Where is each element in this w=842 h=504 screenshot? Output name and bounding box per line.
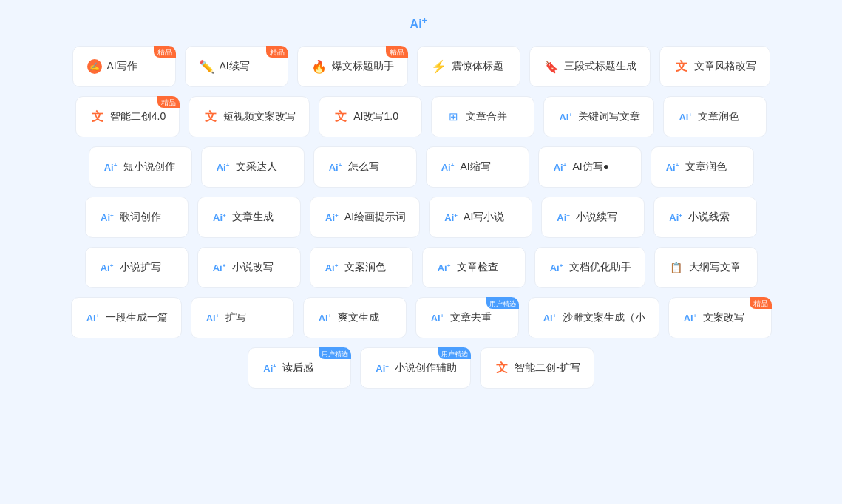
badge-copy-rewrite: 精品 xyxy=(750,297,772,309)
ai-blue-icon: Ai+ xyxy=(668,209,684,225)
doc-orange-icon: 文 xyxy=(673,58,690,75)
label-outline-write: 大纲写文章 xyxy=(689,261,741,274)
label-style-master: 文采达人 xyxy=(236,160,277,174)
card-short-novel[interactable]: Ai+短小说创作 xyxy=(89,146,192,188)
label-ai-draw-prompt: AI绘画提示词 xyxy=(344,211,406,224)
ai-blue-icon: Ai+ xyxy=(542,310,558,326)
card-three-title[interactable]: 🔖三段式标题生成 xyxy=(529,46,651,87)
badge-ai-continue: 精品 xyxy=(266,46,288,58)
ai-blue-icon: Ai+ xyxy=(665,159,681,175)
ai-blue-icon: Ai+ xyxy=(677,109,693,125)
ai-blue-icon: Ai+ xyxy=(682,310,699,326)
card-keyword-write[interactable]: Ai+关键词写文章 xyxy=(543,96,654,137)
label-sandbox-copy: 沙雕文案生成（小 xyxy=(563,311,645,324)
card-outline-write[interactable]: 📋大纲写文章 xyxy=(654,247,758,288)
card-copy-polish[interactable]: Ai+文案润色 xyxy=(310,247,413,288)
card-novel-expand[interactable]: Ai+小说扩写 xyxy=(85,247,189,288)
card-smart-second[interactable]: 精品文智能二创4.0 xyxy=(75,96,180,137)
badge-novel-assist: 用户精选 xyxy=(438,347,471,359)
fire-icon: 🔥 xyxy=(311,58,327,75)
card-article-polish1[interactable]: Ai+文章润色 xyxy=(663,96,767,137)
label-ai-shorten: AI缩写 xyxy=(461,160,491,174)
label-three-title: 三段式标题生成 xyxy=(564,60,636,73)
grid-container: 精品✍AI写作精品✏️AI续写精品🔥爆文标题助手⚡震惊体标题🔖三段式标题生成文文… xyxy=(22,46,821,398)
card-article-check[interactable]: Ai+文章检查 xyxy=(422,247,526,288)
card-article-polish2[interactable]: Ai+文章润色 xyxy=(651,146,754,188)
card-ai-imitate[interactable]: Ai+AI仿写● xyxy=(538,146,642,188)
card-read-feeling[interactable]: 用户精选Ai+读后感 xyxy=(248,347,351,389)
label-explosive-title: 爆文标题助手 xyxy=(332,60,394,73)
ai-blue-icon: Ai+ xyxy=(557,109,574,125)
write-circle-icon: ✍ xyxy=(86,58,103,75)
doc-orange-icon: 文 xyxy=(494,360,510,376)
card-doc-optimize[interactable]: Ai+文档优化助手 xyxy=(534,247,645,288)
card-ai-draw-prompt[interactable]: Ai+AI绘画提示词 xyxy=(310,197,420,238)
card-ai-rewrite[interactable]: 文AI改写1.0 xyxy=(319,96,422,137)
label-ai-continue: AI续写 xyxy=(220,60,250,73)
grid-row-0: 精品✍AI写作精品✏️AI续写精品🔥爆文标题助手⚡震惊体标题🔖三段式标题生成文文… xyxy=(22,46,821,87)
label-article-dedup: 文章去重 xyxy=(450,311,492,324)
card-style-rewrite[interactable]: 文文章风格改写 xyxy=(659,46,770,87)
grid-row-5: Ai+一段生成一篇Ai+扩写Ai+爽文生成用户精选Ai+文章去重Ai+沙雕文案生… xyxy=(22,297,821,338)
card-article-gen[interactable]: Ai+文章生成 xyxy=(197,197,301,238)
doc-orange-icon: 文 xyxy=(89,109,106,125)
grid-blue-icon: ⊞ xyxy=(445,109,461,125)
grid-row-2: Ai+短小说创作Ai+文采达人Ai+怎么写Ai+AI缩写Ai+AI仿写●Ai+文… xyxy=(22,146,821,188)
card-novel-clue[interactable]: Ai+小说线索 xyxy=(653,197,757,238)
card-ai-write[interactable]: 精品✍AI写作 xyxy=(72,46,176,87)
ai-blue-icon: Ai+ xyxy=(205,310,221,326)
three-icon: 🔖 xyxy=(543,58,560,75)
ai-blue-icon: Ai+ xyxy=(317,310,333,326)
label-expand: 扩写 xyxy=(225,311,246,324)
ai-blue-icon: Ai+ xyxy=(103,159,119,175)
label-novel-expand: 小说扩写 xyxy=(120,261,161,274)
card-shocking-title[interactable]: ⚡震惊体标题 xyxy=(417,46,520,87)
card-ai-write-novel[interactable]: Ai+AI写小说 xyxy=(429,197,532,238)
badge-article-dedup: 用户精选 xyxy=(486,297,519,309)
card-one-para[interactable]: Ai+一段生成一篇 xyxy=(71,297,182,338)
ai-blue-icon: Ai+ xyxy=(549,259,565,276)
label-short-novel: 短小说创作 xyxy=(123,160,175,174)
card-lyric-create[interactable]: Ai+歌词创作 xyxy=(85,197,189,238)
card-how-write[interactable]: Ai+怎么写 xyxy=(313,146,417,188)
label-ai-write: AI写作 xyxy=(107,60,137,73)
card-explosive-title[interactable]: 精品🔥爆文标题助手 xyxy=(297,46,408,87)
card-sandbox-copy[interactable]: Ai+沙雕文案生成（小 xyxy=(528,297,659,338)
card-article-merge[interactable]: ⊞文章合并 xyxy=(431,96,534,137)
card-novel-rewrite[interactable]: Ai+小说改写 xyxy=(197,247,301,288)
ai-blue-icon: Ai+ xyxy=(324,259,340,276)
card-ai-shorten[interactable]: Ai+AI缩写 xyxy=(426,146,529,188)
ai-blue-icon: Ai+ xyxy=(99,259,115,276)
card-expand[interactable]: Ai+扩写 xyxy=(191,297,294,338)
label-short-video: 短视频文案改写 xyxy=(223,110,296,123)
ai-blue-icon: Ai+ xyxy=(85,310,101,326)
card-novel-assist[interactable]: 用户精选Ai+小说创作辅助 xyxy=(360,347,471,389)
badge-smart-second: 精品 xyxy=(157,96,180,108)
card-smart-expand[interactable]: 文智能二创-扩写 xyxy=(480,347,594,389)
ai-blue-icon: Ai+ xyxy=(324,209,340,225)
card-novel-continue[interactable]: Ai+小说续写 xyxy=(541,197,645,238)
card-short-video[interactable]: 文短视频文案改写 xyxy=(189,96,310,137)
doc-blue-icon: 📋 xyxy=(668,259,685,276)
card-cool-gen[interactable]: Ai+爽文生成 xyxy=(303,297,407,338)
card-style-master[interactable]: Ai+文采达人 xyxy=(201,146,305,188)
ai-blue-dot-icon: Ai+ xyxy=(552,159,568,175)
grid-row-1: 精品文智能二创4.0文短视频文案改写文AI改写1.0⊞文章合并Ai+关键词写文章… xyxy=(22,96,821,137)
ai-blue-icon: Ai+ xyxy=(436,259,452,276)
doc-orange-icon: 文 xyxy=(333,109,349,125)
card-ai-continue[interactable]: 精品✏️AI续写 xyxy=(185,46,288,87)
page-title: Ai+ xyxy=(410,15,432,31)
card-copy-rewrite[interactable]: 精品Ai+文案改写 xyxy=(668,297,772,338)
label-doc-optimize: 文档优化助手 xyxy=(569,261,631,274)
badge-ai-write: 精品 xyxy=(154,46,176,58)
card-article-dedup[interactable]: 用户精选Ai+文章去重 xyxy=(415,297,519,338)
label-novel-clue: 小说线索 xyxy=(688,211,730,224)
label-article-merge: 文章合并 xyxy=(466,110,507,123)
label-copy-rewrite: 文案改写 xyxy=(703,311,744,324)
label-ai-write-novel: AI写小说 xyxy=(464,211,504,224)
label-style-rewrite: 文章风格改写 xyxy=(694,60,756,73)
label-cool-gen: 爽文生成 xyxy=(338,311,379,324)
badge-read-feeling: 用户精选 xyxy=(319,347,351,359)
ai-blue-icon: Ai+ xyxy=(327,159,344,175)
label-article-polish2: 文章润色 xyxy=(685,160,727,174)
